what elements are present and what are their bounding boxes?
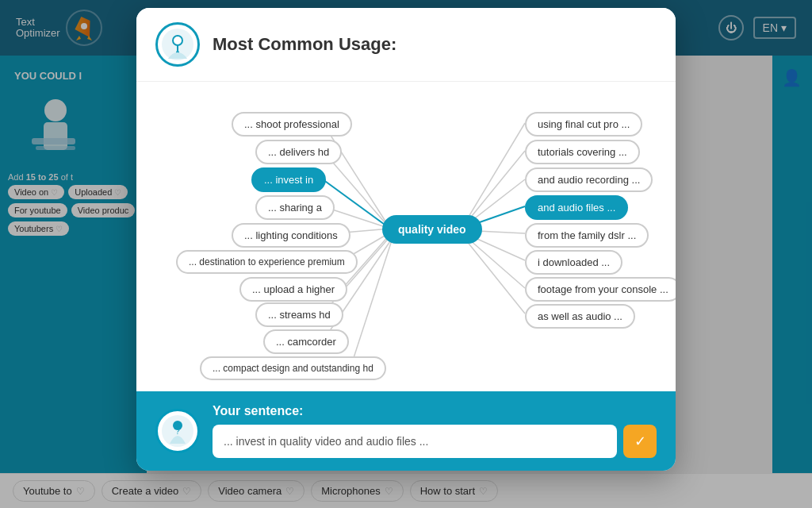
node-destination[interactable]: ... destination to experience premium [176,250,358,274]
footer-sentence-label: Your sentence: [213,404,657,418]
node-downloaded[interactable]: i downloaded ... [525,250,622,275]
modal-body: quality video ... shoot professional ...… [136,82,676,391]
modal-header: Most Common Usage: [136,8,676,82]
svg-point-8 [174,37,182,44]
node-finalcut[interactable]: using final cut pro ... [525,112,642,137]
svg-line-27 [463,237,525,314]
modal-avatar [155,22,200,67]
node-sharing[interactable]: ... sharing a [255,195,335,220]
node-delivers[interactable]: ... delivers hd [255,140,342,164]
node-invest[interactable]: ... invest in [251,167,326,192]
node-camcorder[interactable]: ... camcorder [263,329,349,354]
node-audio-files[interactable]: and audio files ... [525,195,628,220]
modal-footer: ? Your sentence: ✓ [136,391,676,471]
sentence-input[interactable] [213,425,617,458]
node-family-dslr[interactable]: from the family dslr ... [525,223,649,248]
footer-content: Your sentence: ✓ [213,404,657,458]
mind-map: quality video ... shoot professional ...… [160,98,652,375]
node-compact[interactable]: ... compact design and outstanding hd [200,356,386,380]
checkmark-icon: ✓ [634,433,646,450]
node-streams[interactable]: ... streams hd [255,302,343,327]
avatar-icon [160,27,195,62]
center-node[interactable]: quality video [382,215,482,244]
submit-button[interactable]: ✓ [623,425,657,458]
modal-title: Most Common Usage: [213,34,396,55]
node-lighting[interactable]: ... lighting conditions [232,223,350,248]
modal: Most Common Usage: [136,8,676,471]
footer-avatar-icon: ? [160,414,195,448]
node-shoot[interactable]: ... shoot professional [232,112,352,137]
node-upload[interactable]: ... upload a higher [239,277,347,302]
svg-text:?: ? [175,427,180,436]
footer-avatar: ? [155,409,200,453]
node-tutorials[interactable]: tutorials covering ... [525,140,640,164]
footer-input-row: ✓ [213,425,657,458]
svg-line-20 [462,123,525,229]
node-footage[interactable]: footage from your console ... [525,277,676,302]
node-audio-recording[interactable]: and audio recording ... [525,167,653,192]
node-aswell[interactable]: as well as audio ... [525,304,635,329]
modal-overlay: Most Common Usage: [0,0,812,508]
